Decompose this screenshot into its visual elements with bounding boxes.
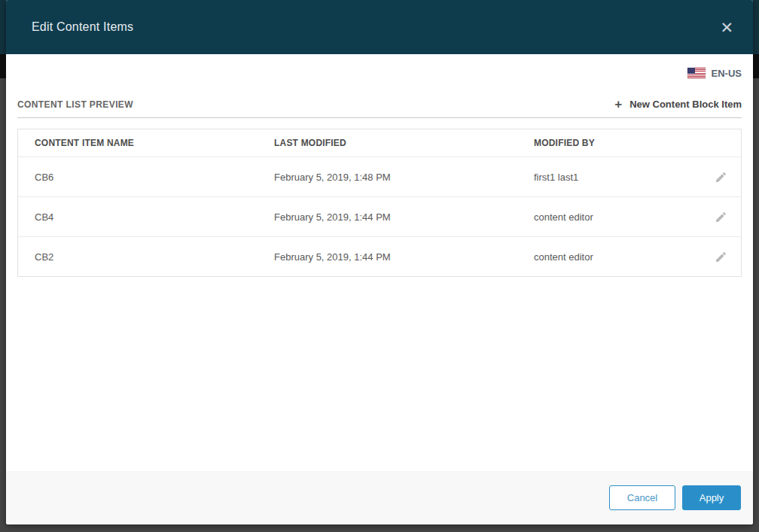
cell-content-item-name: CB4 [18, 211, 274, 223]
modal-title: Edit Content Items [32, 20, 133, 34]
new-content-block-item-label: New Content Block Item [629, 99, 742, 110]
edit-pencil-icon[interactable] [715, 251, 727, 263]
close-icon[interactable]: ✕ [720, 20, 733, 35]
modal-header: Edit Content Items ✕ [6, 0, 753, 54]
apply-button[interactable]: Apply [682, 485, 741, 510]
edit-content-items-modal: Edit Content Items ✕ EN-US CONTENT LIST … [6, 0, 753, 524]
flag-canton [687, 68, 695, 74]
column-header-last-modified: LAST MODIFIED [274, 138, 534, 148]
column-header-modified-by: MODIFIED BY [534, 138, 696, 148]
cell-content-item-name: CB2 [18, 251, 274, 263]
cell-modified-by: first1 last1 [534, 172, 696, 183]
language-label: EN-US [712, 68, 742, 79]
cancel-button[interactable]: Cancel [609, 485, 675, 510]
cell-last-modified: February 5, 2019, 1:48 PM [274, 172, 534, 183]
cell-modified-by: content editor [534, 251, 696, 263]
page-backdrop: Edit Content Items ✕ EN-US CONTENT LIST … [0, 0, 759, 532]
plus-icon: + [614, 98, 622, 111]
table-row: CB6 February 5, 2019, 1:48 PM first1 las… [18, 157, 741, 196]
content-items-table: CONTENT ITEM NAME LAST MODIFIED MODIFIED… [17, 129, 742, 277]
table-row: CB4 February 5, 2019, 1:44 PM content ed… [18, 196, 741, 236]
table-header-row: CONTENT ITEM NAME LAST MODIFIED MODIFIED… [18, 129, 741, 157]
cell-modified-by: content editor [534, 211, 696, 223]
new-content-block-item-button[interactable]: + New Content Block Item [614, 98, 742, 111]
language-selector[interactable]: EN-US [17, 67, 742, 79]
us-flag-icon [687, 68, 706, 78]
cell-content-item-name: CB6 [18, 172, 274, 183]
modal-body: EN-US CONTENT LIST PREVIEW + New Content… [6, 54, 753, 471]
cell-last-modified: February 5, 2019, 1:44 PM [274, 251, 534, 263]
section-header-row: CONTENT LIST PREVIEW + New Content Block… [17, 98, 742, 111]
cell-last-modified: February 5, 2019, 1:44 PM [274, 211, 534, 223]
table-row: CB2 February 5, 2019, 1:44 PM content ed… [18, 236, 741, 276]
section-divider [17, 117, 742, 118]
column-header-content-item-name: CONTENT ITEM NAME [18, 138, 274, 148]
edit-pencil-icon[interactable] [715, 211, 727, 223]
modal-footer: Cancel Apply [6, 471, 753, 524]
section-title: CONTENT LIST PREVIEW [17, 99, 133, 110]
edit-pencil-icon[interactable] [715, 171, 727, 184]
